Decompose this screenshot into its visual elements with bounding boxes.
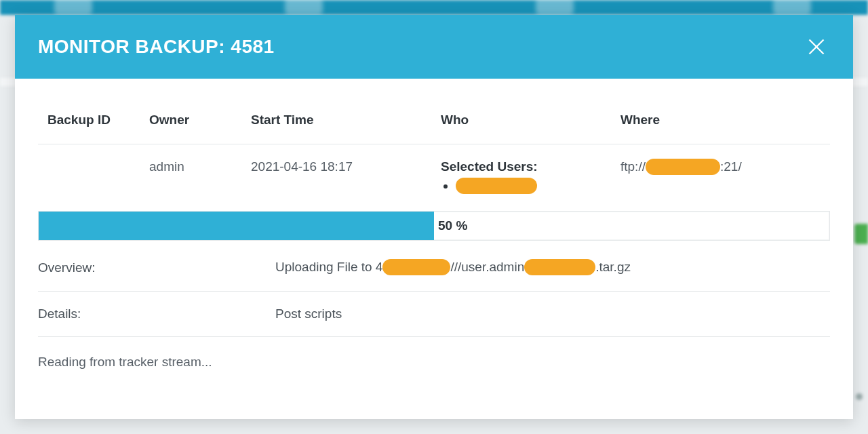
background-accent (854, 224, 868, 244)
details-table: Overview: Uploading File to 4///user.adm… (38, 245, 830, 337)
th-backup-id: Backup ID (38, 106, 140, 144)
table-row: admin 2021-04-16 18:17 Selected Users: f… (38, 144, 830, 210)
background-nav-icon (536, 0, 574, 15)
modal-body: Backup ID Owner Start Time Who Where adm… (15, 79, 853, 419)
status-line: Reading from tracker stream... (38, 337, 830, 370)
cell-where: ftp://:21/ (611, 144, 830, 210)
overview-label: Overview: (38, 245, 275, 292)
where-suffix: :21/ (720, 159, 742, 174)
background-topbar (0, 0, 868, 15)
backup-info-table: Backup ID Owner Start Time Who Where adm… (38, 106, 830, 210)
progress-label: 50 % (438, 212, 467, 240)
overview-row: Overview: Uploading File to 4///user.adm… (38, 245, 830, 292)
cell-start-time: 2021-04-16 18:17 (241, 144, 431, 210)
th-who: Who (431, 106, 611, 144)
redacted-upload-file (524, 259, 595, 275)
th-start-time: Start Time (241, 106, 431, 144)
background-nav-icon (773, 0, 811, 15)
cell-owner: admin (140, 144, 241, 210)
who-users-list (456, 178, 606, 195)
redacted-host (646, 159, 720, 175)
cell-backup-id (38, 144, 140, 210)
monitor-backup-modal: MONITOR BACKUP: 4581 Backup ID Owner Sta… (15, 15, 853, 419)
progress-fill (39, 212, 434, 240)
details-label: Details: (38, 292, 275, 337)
overview-text-mid: ///user.admin (450, 260, 524, 274)
redacted-user (456, 178, 537, 194)
progress-bar: 50 % (38, 211, 830, 241)
th-where: Where (611, 106, 830, 144)
th-owner: Owner (140, 106, 241, 144)
overview-text-suffix: .tar.gz (595, 260, 631, 274)
who-label: Selected Users: (441, 159, 606, 174)
redacted-upload-host (382, 259, 450, 275)
overview-value: Uploading File to 4///user.admin.tar.gz (275, 245, 830, 292)
modal-title: MONITOR BACKUP: 4581 (38, 36, 275, 58)
modal-header: MONITOR BACKUP: 4581 (15, 15, 853, 79)
close-icon (807, 37, 826, 56)
overview-text-prefix: Uploading File to 4 (275, 260, 382, 274)
where-prefix: ftp:// (620, 159, 646, 174)
who-user-item (456, 178, 606, 195)
details-row: Details: Post scripts (38, 292, 830, 337)
background-nav-icon (54, 0, 92, 15)
background-nav-icon (285, 0, 323, 15)
details-value: Post scripts (275, 292, 830, 337)
cell-who: Selected Users: (431, 144, 611, 210)
close-button[interactable] (807, 37, 826, 56)
background-dot (856, 393, 863, 400)
